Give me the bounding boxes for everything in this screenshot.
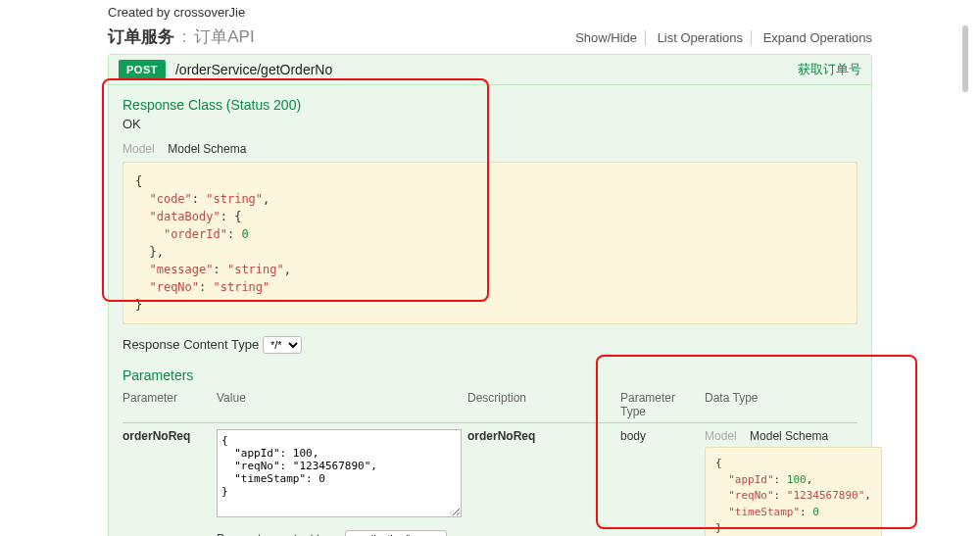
param-datatype-cell: Model Model Schema { "appId": 100, "reqN… (705, 429, 882, 536)
response-class-title: Response Class (Status 200) (122, 97, 858, 113)
param-content-type-row: Parameter content type: application/json (217, 530, 462, 536)
param-content-type-label: Parameter content type: (217, 532, 342, 536)
list-operations-link[interactable]: List Operations (650, 30, 752, 45)
scrollbar-thumb[interactable] (962, 25, 968, 92)
response-tabs: Model Model Schema (122, 141, 858, 156)
tab-model[interactable]: Model (122, 142, 155, 156)
created-by: Created by crossoverJie (108, 5, 872, 20)
col-value: Value (217, 391, 462, 418)
param-value-textarea[interactable] (217, 429, 462, 517)
operation-summary: 获取订单号 (798, 61, 861, 78)
col-parameter: Parameter (122, 391, 211, 418)
response-content-type-row: Response Content Type */* (122, 336, 858, 354)
col-type: Parameter Type (620, 391, 699, 418)
service-sep: : (182, 27, 187, 46)
datatype-schema[interactable]: { "appId": 100, "reqNo": "1234567890", "… (705, 447, 882, 536)
method-badge: POST (119, 60, 166, 79)
param-content-type-select[interactable]: application/json (345, 530, 447, 536)
col-description: Description (467, 391, 614, 418)
param-type: body (620, 429, 699, 536)
service-title: 订单服务 : 订单API (108, 25, 255, 48)
ops-links: Show/Hide List Operations Expand Operati… (567, 30, 872, 45)
col-datatype: Data Type (705, 391, 858, 418)
response-content-type-label: Response Content Type (122, 337, 259, 352)
expand-operations-link[interactable]: Expand Operations (756, 30, 872, 45)
param-value-cell: Parameter content type: application/json (217, 429, 462, 536)
parameter-row: orderNoReq Parameter content type: appli… (122, 423, 858, 536)
response-ok: OK (122, 117, 858, 131)
parameters-title: Parameters (122, 367, 858, 383)
dt-tab-model-schema[interactable]: Model Schema (750, 429, 828, 443)
param-name: orderNoReq (122, 429, 211, 536)
service-name: 订单服务 (108, 27, 174, 46)
response-schema: { "code": "string", "dataBody": { "order… (122, 162, 858, 324)
tab-model-schema[interactable]: Model Schema (168, 142, 246, 156)
dt-tab-model[interactable]: Model (705, 429, 737, 443)
param-description: orderNoReq (467, 429, 614, 536)
operation-block: POST /orderService/getOrderNo 获取订单号 Resp… (108, 54, 872, 536)
show-hide-link[interactable]: Show/Hide (567, 30, 646, 45)
parameters-header-row: Parameter Value Description Parameter Ty… (122, 387, 858, 423)
operation-header[interactable]: POST /orderService/getOrderNo 获取订单号 (109, 55, 871, 85)
response-content-type-select[interactable]: */* (263, 336, 302, 354)
operation-path: /orderService/getOrderNo (175, 62, 798, 77)
service-api: 订单API (194, 27, 254, 46)
